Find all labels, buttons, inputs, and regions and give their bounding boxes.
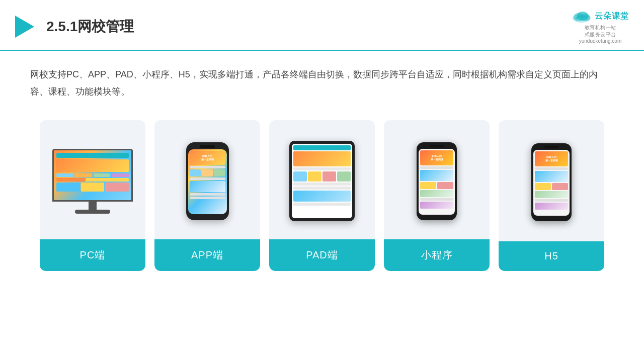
h5-phone-card3	[535, 203, 568, 210]
card-pc: PC端	[40, 120, 145, 271]
h5-label: H5	[499, 241, 604, 271]
logo-text: 云朵课堂	[595, 11, 629, 22]
header-left: 2.5.1网校管理	[15, 16, 134, 38]
logo-cloud: 云朵课堂	[572, 9, 629, 23]
phone-screen-content: 职途人的第一堂网课	[188, 149, 227, 202]
h5-phone-text: 职途人的第一堂网课	[545, 155, 558, 162]
h5-phone-mockup: 职途人的第一堂网课	[531, 143, 572, 221]
screen-row2	[56, 173, 129, 177]
page-title: 2.5.1网校管理	[46, 17, 134, 36]
phone-screen: 职途人的第一堂网课	[188, 149, 227, 214]
screen-header-bar	[56, 153, 129, 158]
phone-card	[190, 181, 225, 192]
pad-label: PAD端	[269, 239, 375, 271]
tablet-row-3	[293, 187, 351, 190]
h5-phone-card2	[535, 191, 568, 198]
mini-phone-row-2	[420, 198, 453, 201]
svg-point-3	[581, 14, 590, 21]
logo-url: yunduoketang.com	[579, 38, 622, 44]
tablet-banner	[293, 151, 351, 166]
monitor-base	[75, 210, 110, 214]
phone-row-1	[190, 166, 225, 168]
h5-phone-notch	[544, 146, 558, 148]
card-miniprogram: 职途人的第一堂网课 小程序	[384, 120, 490, 271]
card-pad: PAD端	[269, 120, 375, 271]
app-image-area: 职途人的第一堂网课	[154, 120, 260, 239]
tablet-mockup	[289, 141, 355, 221]
tablet-screen	[292, 144, 352, 218]
card-h5: 职途人的第一堂网课 H5	[499, 120, 604, 271]
mini-phone-grid	[420, 182, 453, 189]
description-paragraph: 网校支持PC、APP、PAD、小程序、H5，实现多端打通，产品各终端自由切换，数…	[30, 66, 614, 100]
mini-phone-notch	[430, 145, 444, 147]
page-header: 2.5.1网校管理 云朵课堂 教育机构一站 式服务云平台 yunduoketan…	[0, 0, 644, 51]
tablet-screen-content	[292, 144, 352, 208]
app-label: APP端	[154, 239, 260, 271]
app-phone-mockup: 职途人的第一堂网课	[186, 142, 229, 220]
mini-phone-screen: 职途人的第一堂网课	[419, 149, 455, 215]
h5-phone-row-2	[535, 199, 568, 202]
phone-row-4	[190, 197, 225, 199]
phone-notch	[200, 145, 215, 148]
monitor-neck	[89, 202, 97, 210]
phone-row-2	[190, 177, 225, 180]
description-text: 网校支持PC、APP、PAD、小程序、H5，实现多端打通，产品各终端自由切换，数…	[0, 51, 644, 105]
tablet-card-big	[293, 191, 351, 202]
pc-monitor-mockup	[47, 149, 138, 214]
logo-area: 云朵课堂 教育机构一站 式服务云平台 yunduoketang.com	[572, 9, 629, 44]
phone-banner-text: 职途人的第一堂网课	[201, 154, 214, 161]
miniprogram-label: 小程序	[384, 239, 490, 271]
mini-phone-card2	[420, 190, 453, 197]
device-cards-container: PC端 职途人的第一堂网课	[0, 105, 644, 286]
play-icon	[15, 16, 34, 38]
mini-phone-row-1	[420, 166, 453, 169]
miniprogram-image-area: 职途人的第一堂网课	[384, 120, 490, 239]
screen-banner	[56, 159, 129, 172]
mini-phone-card	[420, 170, 453, 181]
tablet-row-1	[293, 167, 351, 170]
h5-phone-card	[535, 171, 568, 182]
pc-image-area	[40, 120, 145, 239]
screen-cards	[56, 183, 129, 192]
screen-content	[56, 153, 129, 198]
screen-row	[56, 178, 129, 182]
h5-phone-row-1	[535, 167, 568, 170]
miniprogram-phone-mockup: 职途人的第一堂网课	[417, 142, 457, 220]
mini-phone-screen-inner: 职途人的第一堂网课	[419, 149, 455, 210]
h5-phone-banner: 职途人的第一堂网课	[535, 151, 568, 166]
mini-phone-text: 职途人的第一堂网课	[431, 154, 443, 161]
tablet-cards	[293, 171, 351, 182]
mini-phone-card3	[420, 202, 453, 209]
cloud-icon	[572, 9, 592, 23]
h5-phone-screen-inner: 职途人的第一堂网课	[533, 150, 570, 211]
h5-image-area: 职途人的第一堂网课	[499, 120, 604, 241]
phone-row-3	[190, 193, 225, 196]
pad-image-area	[269, 120, 375, 239]
pc-label: PC端	[40, 239, 145, 271]
phone-grid	[190, 169, 225, 176]
tablet-header	[293, 145, 351, 150]
phone-banner: 职途人的第一堂网课	[190, 151, 225, 165]
h5-phone-screen: 职途人的第一堂网课	[533, 150, 570, 216]
logo-tagline: 教育机构一站 式服务云平台	[585, 24, 616, 38]
h5-phone-grid	[535, 183, 568, 190]
tablet-row-2	[293, 183, 351, 186]
monitor-screen	[52, 149, 133, 202]
mini-phone-banner: 职途人的第一堂网课	[420, 150, 453, 165]
tablet-row-4	[293, 203, 351, 206]
card-app: 职途人的第一堂网课 APP端	[154, 120, 260, 271]
